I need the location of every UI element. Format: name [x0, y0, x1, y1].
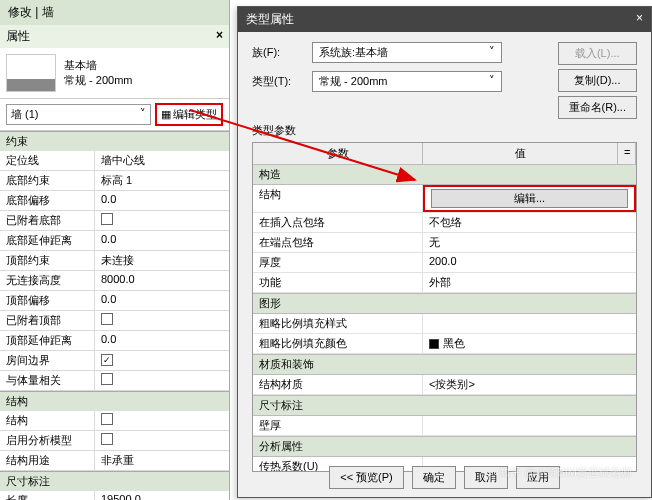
wall-thumb-icon: [6, 54, 56, 92]
chevron-down-icon: ˅: [140, 107, 146, 122]
section-material[interactable]: 材质和装饰: [253, 354, 636, 375]
preview-button[interactable]: << 预览(P): [329, 466, 404, 489]
section-construct[interactable]: 构造: [253, 164, 636, 185]
family-selector[interactable]: 基本墙 常规 - 200mm: [0, 48, 229, 99]
load-button[interactable]: 载入(L)...: [558, 42, 637, 65]
duplicate-button[interactable]: 复制(D)...: [558, 69, 637, 92]
section-structure: 结构: [0, 391, 229, 411]
rename-button[interactable]: 重命名(R)...: [558, 96, 637, 119]
location-line-value[interactable]: 墙中心线: [95, 151, 229, 170]
checkbox-checked: ✓: [101, 354, 113, 366]
chevron-down-icon: ˅: [489, 74, 495, 89]
type-params-grid: 参数 值 = 构造 结构编辑... 在插入点包络不包络 在端点包络无 厚度200…: [252, 142, 637, 472]
section-constraint: 约束: [0, 131, 229, 151]
section-dimension: 尺寸标注: [0, 471, 229, 491]
properties-header: 属性 ×: [0, 25, 229, 48]
modify-header: 修改 | 墙: [0, 0, 229, 25]
type-dropdown[interactable]: 墙 (1)˅: [6, 104, 151, 125]
dialog-titlebar[interactable]: 类型属性 ×: [238, 7, 651, 32]
type-properties-dialog: 类型属性 × 族(F): 系统族:基本墙˅ 类型(T): 常规 - 200mm˅…: [237, 6, 652, 498]
checkbox: [101, 213, 113, 225]
section-dim[interactable]: 尺寸标注: [253, 395, 636, 416]
color-swatch-icon: [429, 339, 439, 349]
chevron-down-icon: ˅: [489, 45, 495, 60]
edit-structure-button[interactable]: 编辑...: [431, 189, 628, 208]
section-analytic[interactable]: 分析属性: [253, 436, 636, 457]
edit-type-button[interactable]: ▦编辑类型: [155, 103, 223, 126]
type-dropdown[interactable]: 常规 - 200mm˅: [312, 71, 502, 92]
properties-panel: 修改 | 墙 属性 × 基本墙 常规 - 200mm 墙 (1)˅ ▦编辑类型 …: [0, 0, 230, 500]
close-icon[interactable]: ×: [216, 28, 223, 42]
section-graphics[interactable]: 图形: [253, 293, 636, 314]
close-icon[interactable]: ×: [636, 11, 643, 28]
edit-type-icon: ▦: [161, 108, 171, 121]
family-dropdown[interactable]: 系统族:基本墙˅: [312, 42, 502, 63]
ok-button[interactable]: 确定: [412, 466, 456, 489]
cancel-button[interactable]: 取消: [464, 466, 508, 489]
apply-button[interactable]: 应用: [516, 466, 560, 489]
